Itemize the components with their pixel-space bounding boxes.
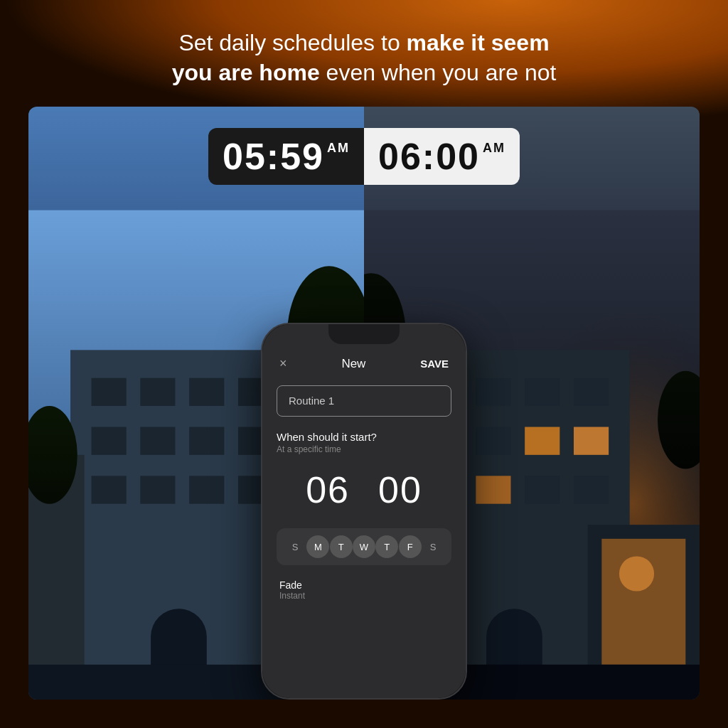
- schedule-sublabel: At a specific time: [277, 444, 451, 454]
- header-text: Set daily schedules to make it seemyou a…: [14, 28, 714, 87]
- phone-header: × New SAVE: [262, 349, 466, 378]
- save-button[interactable]: SAVE: [420, 358, 449, 370]
- clock-right-period: AM: [483, 141, 505, 156]
- fade-section: Fade Instant: [277, 579, 451, 601]
- routine-name-field[interactable]: Routine 1: [277, 385, 451, 417]
- svg-rect-33: [476, 476, 510, 503]
- day-item-0[interactable]: S: [284, 535, 306, 558]
- day-item-2[interactable]: T: [330, 535, 353, 558]
- clock-right: 06:00 AM: [364, 128, 520, 185]
- day-item-6[interactable]: S: [422, 535, 444, 558]
- phone-mockup: × New SAVE Routine 1 When should it star…: [261, 323, 467, 700]
- schedule-label: When should it start?: [277, 431, 451, 443]
- close-button[interactable]: ×: [279, 356, 287, 371]
- svg-rect-31: [574, 427, 609, 455]
- fade-sublabel: Instant: [279, 591, 449, 601]
- phone-title: New: [341, 357, 365, 371]
- svg-rect-3: [140, 378, 175, 406]
- clocks-container: 05:59 AM 06:00 AM: [208, 128, 520, 185]
- svg-rect-25: [476, 378, 510, 406]
- time-hour[interactable]: 06: [306, 469, 350, 511]
- time-picker[interactable]: 06 00: [277, 469, 451, 511]
- clock-left-time: 05:59: [223, 135, 324, 178]
- svg-rect-2: [92, 378, 127, 406]
- svg-rect-34: [525, 476, 560, 503]
- clock-right-time: 06:00: [378, 135, 480, 178]
- svg-rect-4: [189, 378, 224, 406]
- svg-rect-38: [601, 539, 685, 665]
- svg-rect-12: [189, 476, 224, 503]
- time-minute[interactable]: 00: [378, 469, 422, 511]
- day-item-3[interactable]: W: [353, 535, 375, 558]
- header-bold-2: you are home: [172, 60, 320, 85]
- svg-rect-29: [476, 427, 510, 455]
- header-bold-1: make it seem: [407, 30, 550, 55]
- svg-rect-35: [574, 476, 609, 503]
- fade-label: Fade: [279, 579, 449, 591]
- day-item-1[interactable]: M: [306, 535, 329, 558]
- clock-left: 05:59 AM: [208, 128, 364, 185]
- header: Set daily schedules to make it seemyou a…: [0, 14, 728, 102]
- svg-rect-10: [92, 476, 127, 503]
- phone-content: Routine 1 When should it start? At a spe…: [262, 385, 466, 601]
- svg-rect-27: [574, 378, 609, 406]
- routine-name-value: Routine 1: [289, 395, 334, 407]
- phone-screen: × New SAVE Routine 1 When should it star…: [262, 324, 466, 698]
- clock-left-period: AM: [327, 141, 350, 156]
- phone-notch: [328, 324, 400, 344]
- svg-rect-6: [92, 427, 127, 455]
- scene-container: 05:59 AM 06:00 AM × New SAVE Routine 1: [28, 107, 700, 700]
- svg-rect-11: [140, 476, 175, 503]
- svg-point-39: [619, 556, 654, 591]
- day-item-5[interactable]: F: [399, 535, 422, 558]
- svg-rect-8: [189, 427, 224, 455]
- day-item-4[interactable]: T: [375, 535, 398, 558]
- svg-rect-7: [140, 427, 175, 455]
- svg-rect-30: [525, 427, 560, 455]
- days-selector: SMTWTFS: [277, 528, 451, 565]
- svg-rect-26: [525, 378, 560, 406]
- header-normal-2: even when you are not: [320, 60, 557, 85]
